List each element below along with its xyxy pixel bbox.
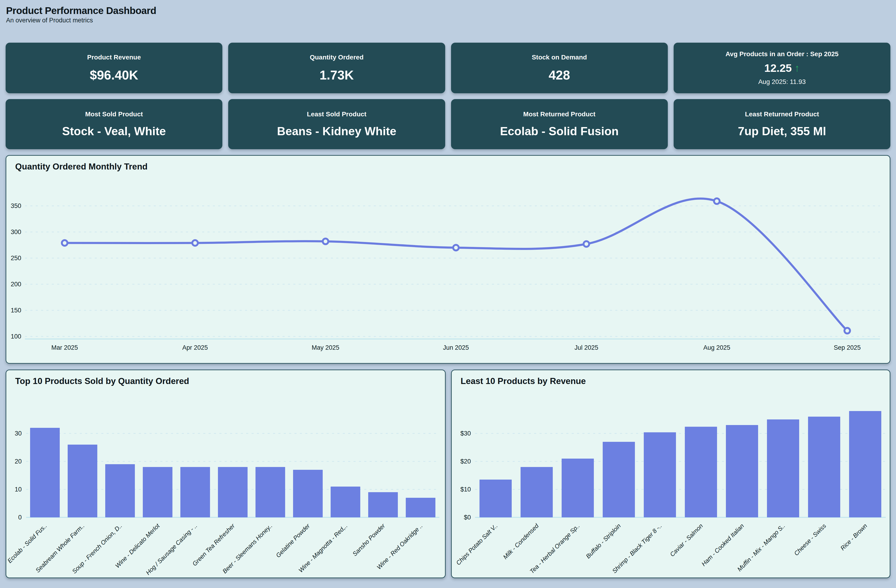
kpi-value: $96.40K	[90, 68, 139, 82]
kpi-card-avg-products-order: Avg Products in an Order : Sep 2025 12.2…	[674, 43, 890, 93]
y-tick-label: $10	[460, 486, 471, 493]
x-tick-label: Sep 2025	[834, 344, 861, 351]
y-tick-label: 20	[15, 458, 22, 465]
kpi-label: Quantity Ordered	[310, 54, 364, 61]
x-tick-label: Jun 2025	[443, 344, 469, 351]
x-category-label: Buffalo - Striploin	[585, 522, 622, 560]
bar[interactable]	[143, 467, 172, 517]
bar[interactable]	[521, 467, 553, 517]
y-tick-label: 30	[15, 430, 22, 437]
data-point-marker[interactable]	[192, 240, 198, 246]
bar[interactable]	[406, 498, 436, 517]
kpi-card-least-sold-product: Least Sold Product Beans - Kidney White	[228, 99, 445, 149]
x-category-label: Ecolab - Solid Fus..	[6, 522, 48, 564]
chart-title: Top 10 Products Sold by Quantity Ordered	[15, 376, 189, 386]
x-category-label: Green Tea Refresher	[191, 522, 236, 567]
kpi-value: Ecolab - Solid Fusion	[500, 125, 619, 138]
y-tick-label: 150	[11, 307, 21, 314]
bar[interactable]	[767, 419, 799, 517]
data-point-marker[interactable]	[584, 241, 589, 247]
bar[interactable]	[331, 486, 360, 517]
y-tick-label: 200	[11, 281, 21, 288]
data-point-marker[interactable]	[844, 328, 850, 333]
kpi-label: Product Revenue	[87, 54, 141, 61]
y-tick-label: 350	[11, 202, 21, 210]
kpi-value: 1.73K	[319, 68, 354, 82]
bar[interactable]	[30, 428, 60, 517]
y-tick-label: 100	[11, 333, 21, 340]
y-tick-label: 10	[15, 486, 22, 493]
kpi-card-product-revenue: Product Revenue $96.40K	[6, 43, 222, 93]
kpi-value: Stock - Veal, White	[62, 125, 166, 138]
y-tick-label: 0	[18, 514, 22, 521]
bar[interactable]	[685, 427, 717, 517]
bar[interactable]	[808, 416, 840, 517]
x-tick-label: Apr 2025	[182, 344, 208, 351]
chart-title: Quantity Ordered Monthly Trend	[15, 162, 148, 172]
data-point-marker[interactable]	[62, 240, 67, 246]
kpi-card-quantity-ordered: Quantity Ordered 1.73K	[228, 43, 445, 93]
kpi-label: Most Sold Product	[85, 111, 143, 118]
kpi-label: Avg Products in an Order : Sep 2025	[725, 50, 838, 58]
kpi-value: 428	[549, 68, 570, 82]
bar[interactable]	[726, 425, 758, 517]
bar[interactable]	[849, 411, 881, 517]
page-title: Product Performance Dashboard	[6, 5, 156, 16]
kpi-value-with-trend: 12.25 ↑	[764, 62, 800, 74]
x-tick-label: Jul 2025	[574, 344, 598, 351]
x-category-label: Cheese - Swiss	[792, 522, 827, 557]
bar[interactable]	[68, 445, 97, 517]
quantity-trend-line-chart: 100150200250300350Mar 2025Apr 2025May 20…	[6, 156, 890, 363]
x-category-label: Chips Potato Salt V..	[455, 522, 499, 566]
kpi-grid: Product Revenue $96.40K Quantity Ordered…	[6, 43, 890, 149]
y-tick-label: $0	[464, 514, 471, 521]
page-subtitle: An overview of Product metrics	[6, 17, 156, 24]
bar[interactable]	[180, 467, 210, 517]
y-tick-label: 300	[11, 228, 21, 236]
chart-title: Least 10 Products by Revenue	[460, 376, 586, 386]
data-point-marker[interactable]	[323, 239, 328, 244]
y-tick-label: 250	[11, 255, 21, 261]
least10-revenue-bar-chart: $0$10$20$30Chips Potato Salt V..Milk - C…	[452, 370, 890, 577]
kpi-label: Least Returned Product	[745, 111, 819, 118]
kpi-card-least-returned-product: Least Returned Product 7up Diet, 355 Ml	[674, 99, 890, 149]
least10-revenue-panel: Least 10 Products by Revenue $0$10$20$30…	[451, 369, 890, 578]
bar[interactable]	[603, 442, 635, 517]
trend-up-arrow-icon: ↑	[794, 62, 800, 74]
bar[interactable]	[644, 432, 676, 517]
data-point-marker[interactable]	[714, 198, 719, 204]
kpi-value: 7up Diet, 355 Ml	[738, 125, 826, 138]
bar[interactable]	[218, 467, 248, 517]
kpi-label: Most Returned Product	[523, 111, 596, 118]
bar[interactable]	[480, 480, 512, 517]
x-category-label: Milk - Condensed	[502, 522, 540, 561]
dashboard-root: Product Performance Dashboard An overvie…	[0, 0, 896, 588]
x-category-label: Muffin - Mix - Mango S..	[736, 522, 786, 573]
y-tick-label: $20	[460, 458, 471, 465]
x-category-label: Ham - Cooked Italian	[700, 522, 745, 567]
x-category-label: Gelatine Powder	[274, 522, 311, 559]
x-tick-label: Aug 2025	[703, 344, 730, 351]
x-tick-label: Mar 2025	[51, 344, 78, 351]
kpi-card-most-returned-product: Most Returned Product Ecolab - Solid Fus…	[451, 99, 668, 149]
quantity-trend-panel: Quantity Ordered Monthly Trend 100150200…	[6, 155, 890, 364]
y-tick-label: $30	[460, 430, 471, 437]
bar[interactable]	[562, 459, 594, 517]
kpi-value: 12.25	[764, 62, 792, 74]
kpi-label: Least Sold Product	[307, 111, 366, 118]
x-tick-label: May 2025	[312, 344, 340, 351]
top10-quantity-panel: Top 10 Products Sold by Quantity Ordered…	[6, 369, 446, 578]
bar[interactable]	[105, 464, 135, 517]
kpi-value: Beans - Kidney White	[277, 125, 396, 138]
x-category-label: Caviar - Salmon	[669, 522, 704, 558]
kpi-label: Stock on Demand	[532, 54, 587, 61]
bar[interactable]	[293, 470, 323, 517]
kpi-comparison: Aug 2025: 11.93	[758, 78, 806, 85]
kpi-card-stock-on-demand: Stock on Demand 428	[451, 43, 668, 93]
x-category-label: Sansho Powder	[351, 522, 387, 558]
bar[interactable]	[256, 467, 285, 517]
kpi-card-most-sold-product: Most Sold Product Stock - Veal, White	[6, 99, 222, 149]
bar[interactable]	[368, 492, 398, 517]
data-point-marker[interactable]	[453, 245, 459, 251]
top10-quantity-bar-chart: 0102030Ecolab - Solid Fus..Seabream Whol…	[6, 370, 445, 577]
